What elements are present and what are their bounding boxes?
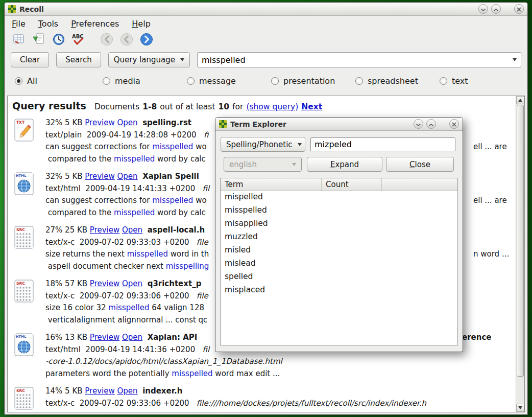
scroll-down-arrow[interactable] bbox=[516, 404, 524, 412]
filter-label: spreadsheet bbox=[368, 76, 418, 86]
search-bar: Clear Search Query language bbox=[5, 50, 527, 70]
result-line: aspell document checker next misspelling bbox=[45, 261, 209, 273]
term-row-misled[interactable]: misled bbox=[221, 244, 457, 258]
next-page-button[interactable] bbox=[138, 32, 155, 49]
term-row-mislead[interactable]: mislead bbox=[221, 258, 457, 271]
highlighted-term: misspelled bbox=[114, 154, 155, 164]
search-button[interactable]: Search bbox=[56, 52, 101, 67]
preview-link[interactable]: Preview bbox=[85, 386, 114, 396]
documents-total: 10 bbox=[219, 102, 230, 111]
chevron-up-icon bbox=[493, 4, 499, 14]
query-history-button[interactable] bbox=[51, 32, 67, 49]
query-language-combo[interactable]: Query language bbox=[108, 52, 190, 67]
preview-link[interactable]: Preview bbox=[85, 118, 114, 127]
result-line: compared to the misspelled word by calc bbox=[45, 207, 209, 219]
menu-preferences[interactable]: Preferences bbox=[71, 19, 119, 29]
preview-link[interactable]: Preview bbox=[90, 333, 119, 342]
filter-radio-media[interactable]: media bbox=[103, 76, 140, 86]
chevron-up-icon bbox=[428, 119, 434, 129]
result-text: 18% 57 KB bbox=[45, 279, 90, 288]
dialog-titlebar[interactable]: Term Explorer bbox=[215, 118, 463, 131]
dialog-close-window-button[interactable] bbox=[449, 119, 459, 129]
term-cell: spelled bbox=[221, 271, 322, 284]
next-page-link[interactable]: Next bbox=[301, 102, 322, 111]
filter-radio-spreadsheet[interactable]: spreadsheet bbox=[355, 76, 418, 86]
for-label: for bbox=[232, 102, 243, 111]
window-titlebar[interactable]: Recoll bbox=[5, 3, 527, 16]
close-window-button[interactable] bbox=[514, 4, 524, 14]
result-text: -core-1.0.12/docs/apidoc/html/classXapia… bbox=[45, 357, 282, 366]
expand-button[interactable]: Expand bbox=[307, 157, 382, 172]
term-cell: misled bbox=[221, 244, 322, 258]
open-link[interactable]: Open bbox=[117, 118, 138, 127]
menu-tools[interactable]: Tools bbox=[38, 19, 58, 29]
expansion-mode-label: Spelling/Phonetic bbox=[226, 140, 293, 149]
dialog-unshade-button[interactable] bbox=[426, 119, 436, 129]
filter-radio-text[interactable]: text bbox=[440, 76, 468, 86]
dialog-shade-button[interactable] bbox=[414, 119, 423, 129]
term-input[interactable] bbox=[310, 137, 455, 151]
open-link[interactable]: Open bbox=[122, 333, 142, 342]
result-line: parameters word the potentially misspell… bbox=[45, 368, 282, 380]
result-line: compared to the misspelled word by calc bbox=[45, 153, 208, 166]
html-file-icon: HTML bbox=[12, 333, 36, 357]
highlighted-term: misspelling bbox=[166, 262, 209, 271]
term-row-misspelled[interactable]: misspelled bbox=[221, 204, 457, 218]
term-table: Term Count mispelledmisspelledmisapplied… bbox=[220, 178, 458, 345]
term-row-muzzled[interactable]: muzzled bbox=[221, 231, 457, 244]
query-input[interactable] bbox=[198, 55, 509, 65]
term-cell: misspelled bbox=[221, 204, 322, 218]
previous-page-button[interactable] bbox=[118, 32, 135, 49]
result-text: wo bbox=[193, 142, 206, 151]
filter-radio-message[interactable]: message bbox=[187, 76, 236, 86]
result-line: text/x-c 2009-07-02 09:33:06 +0200 file:… bbox=[45, 398, 426, 410]
menu-file[interactable]: File bbox=[12, 19, 26, 29]
term-column-header[interactable]: Term bbox=[221, 178, 322, 191]
result-line: can suggest corrections for misspelled w… bbox=[45, 141, 208, 153]
term-row-mispelled[interactable]: mispelled bbox=[221, 191, 457, 204]
close-button[interactable]: Close bbox=[386, 157, 454, 172]
term-row-spelled[interactable]: spelled bbox=[221, 271, 457, 284]
result-line: text/plain 2009-04-19 14:28:08 +0200 fi bbox=[45, 129, 208, 142]
result-text: ell ... are bbox=[473, 142, 507, 151]
svg-text:HTML: HTML bbox=[16, 174, 26, 178]
menu-help[interactable]: Help bbox=[132, 19, 150, 29]
results-vertical-scrollbar[interactable] bbox=[516, 96, 524, 412]
shade-button[interactable] bbox=[478, 4, 488, 14]
unshade-button[interactable] bbox=[491, 4, 501, 14]
term-explorer-button[interactable]: ABC bbox=[70, 32, 87, 49]
preview-link[interactable]: Preview bbox=[85, 172, 114, 181]
scroll-up-arrow[interactable] bbox=[516, 96, 524, 104]
show-query-link[interactable]: (show query) bbox=[246, 102, 298, 111]
scrollbar-thumb[interactable] bbox=[517, 105, 524, 377]
open-link[interactable]: Open bbox=[122, 279, 142, 288]
chevron-down-icon bbox=[298, 143, 302, 146]
save-document-button[interactable] bbox=[31, 32, 47, 49]
highlighted-term: misspelled bbox=[152, 196, 193, 205]
filter-radio-all[interactable]: All bbox=[15, 76, 37, 86]
preview-link[interactable]: Preview bbox=[90, 225, 119, 235]
term-cell: mispelled bbox=[221, 191, 322, 204]
dialog-title: Term Explorer bbox=[230, 120, 410, 128]
filter-radio-presentation[interactable]: presentation bbox=[271, 76, 335, 86]
term-cell: mislead bbox=[221, 258, 322, 271]
result-text-fragment: n word ... bbox=[473, 248, 509, 261]
first-page-button[interactable] bbox=[99, 32, 115, 49]
term-row-misapplied[interactable]: misapplied bbox=[221, 218, 457, 231]
query-dropdown-button[interactable] bbox=[509, 53, 521, 67]
src-file-icon: SRC bbox=[12, 387, 36, 410]
preview-link[interactable]: Preview bbox=[90, 279, 119, 288]
open-link[interactable]: Open bbox=[117, 386, 138, 396]
clear-button[interactable]: Clear bbox=[11, 52, 49, 67]
expansion-mode-combo[interactable]: Spelling/Phonetic bbox=[221, 137, 305, 152]
chevron-down-icon bbox=[416, 119, 421, 129]
result-title: erence bbox=[462, 333, 492, 342]
term-row-misplaced[interactable]: misplaced bbox=[221, 284, 457, 297]
result-text bbox=[138, 172, 143, 181]
count-column-header[interactable]: Count bbox=[322, 178, 382, 191]
term-cell: muzzled bbox=[221, 231, 322, 244]
open-link[interactable]: Open bbox=[117, 172, 138, 181]
open-link[interactable]: Open bbox=[122, 225, 142, 235]
clear-search-button[interactable] bbox=[11, 32, 27, 49]
query-combobox[interactable] bbox=[197, 52, 521, 67]
